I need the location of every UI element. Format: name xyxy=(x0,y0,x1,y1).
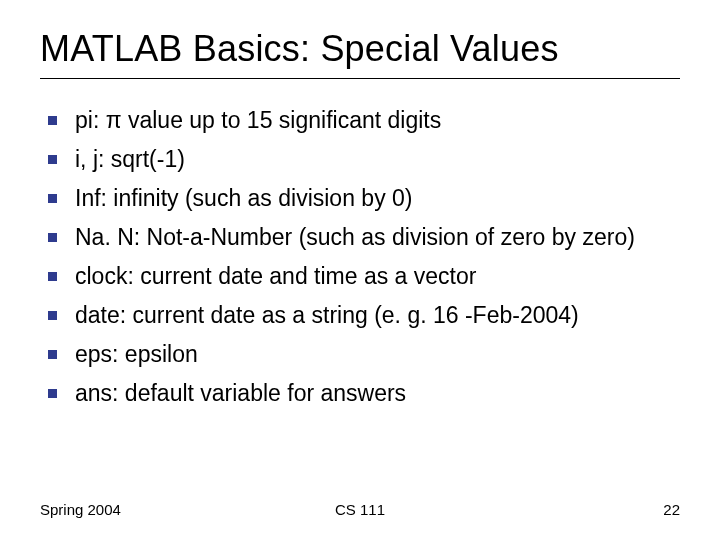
bullet-list: pi: π value up to 15 significant digits … xyxy=(40,105,680,409)
slide-title: MATLAB Basics: Special Values xyxy=(40,28,680,79)
footer-left: Spring 2004 xyxy=(40,501,121,518)
list-item: Inf: infinity (such as division by 0) xyxy=(48,183,680,214)
list-item: pi: π value up to 15 significant digits xyxy=(48,105,680,136)
square-bullet-icon xyxy=(48,155,57,164)
square-bullet-icon xyxy=(48,350,57,359)
bullet-text: Inf: infinity (such as division by 0) xyxy=(75,183,680,214)
footer-center: CS 111 xyxy=(40,501,680,518)
bullet-text: i, j: sqrt(-1) xyxy=(75,144,680,175)
list-item: date: current date as a string (e. g. 16… xyxy=(48,300,680,331)
list-item: ans: default variable for answers xyxy=(48,378,680,409)
footer-page-number: 22 xyxy=(663,501,680,518)
bullet-text: clock: current date and time as a vector xyxy=(75,261,680,292)
square-bullet-icon xyxy=(48,389,57,398)
square-bullet-icon xyxy=(48,311,57,320)
bullet-text: ans: default variable for answers xyxy=(75,378,680,409)
list-item: eps: epsilon xyxy=(48,339,680,370)
bullet-text: eps: epsilon xyxy=(75,339,680,370)
bullet-text: date: current date as a string (e. g. 16… xyxy=(75,300,680,331)
square-bullet-icon xyxy=(48,194,57,203)
bullet-text: pi: π value up to 15 significant digits xyxy=(75,105,680,136)
list-item: clock: current date and time as a vector xyxy=(48,261,680,292)
list-item: i, j: sqrt(-1) xyxy=(48,144,680,175)
slide: MATLAB Basics: Special Values pi: π valu… xyxy=(0,0,720,540)
square-bullet-icon xyxy=(48,116,57,125)
slide-footer: Spring 2004 CS 111 22 xyxy=(40,501,680,518)
bullet-text: Na. N: Not-a-Number (such as division of… xyxy=(75,222,680,253)
list-item: Na. N: Not-a-Number (such as division of… xyxy=(48,222,680,253)
square-bullet-icon xyxy=(48,233,57,242)
square-bullet-icon xyxy=(48,272,57,281)
